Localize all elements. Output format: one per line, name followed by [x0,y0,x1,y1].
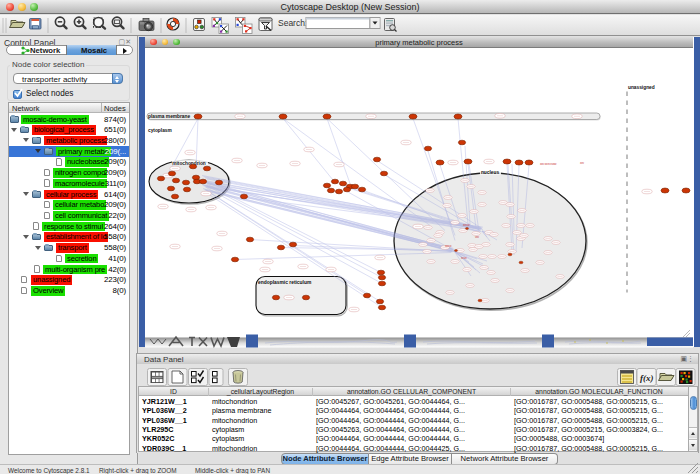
svg-text:nucleus: nucleus [481,170,499,175]
svg-text:cytoplasm: cytoplasm [148,128,172,133]
svg-text:Search:: Search: [278,18,307,28]
svg-text:xvv: xvv [580,160,585,164]
svg-text:xv.vx: xv.vx [461,256,467,260]
svg-text:xxv xxvv xvxw: xxv xxvv xvxw [540,162,557,166]
svg-text:unassigned: unassigned [628,85,655,90]
svg-text:endoplasmic reticulum: endoplasmic reticulum [258,279,312,284]
svg-text:mitochondrion: mitochondrion [172,160,206,165]
svg-text:f(x): f(x) [640,373,654,383]
svg-text:xwv.x: xwv.x [445,244,452,248]
svg-text:xvx,w: xvx,w [463,223,471,227]
svg-text:plasma membrane: plasma membrane [148,114,190,119]
